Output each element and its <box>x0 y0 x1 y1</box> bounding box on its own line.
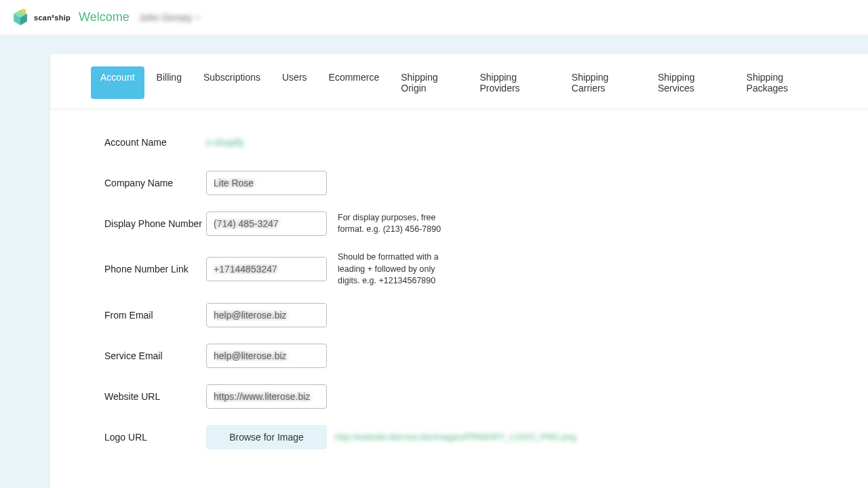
tab-users[interactable]: Users <box>273 66 317 99</box>
welcome-text: Welcome <box>79 10 130 24</box>
account-form: Account Name s-shopify Company Name Disp… <box>50 109 868 488</box>
user-dropdown[interactable]: John Dorsey ▾ <box>139 12 200 23</box>
tab-subscriptions[interactable]: Subscriptions <box>194 66 270 99</box>
tab-shipping-providers[interactable]: Shipping Providers <box>470 66 559 99</box>
input-from-email[interactable] <box>206 303 327 327</box>
input-company-name[interactable] <box>206 171 327 195</box>
tab-ecommerce[interactable]: Ecommerce <box>319 66 389 99</box>
label-from-email: From Email <box>104 310 206 321</box>
row-from-email: From Email <box>104 302 827 328</box>
helper-phone-link: Should be formatted with a leading + fol… <box>338 251 446 287</box>
tab-shipping-carriers[interactable]: Shipping Carriers <box>562 66 646 99</box>
cube-logo-icon <box>11 8 30 27</box>
row-company-name: Company Name <box>104 170 827 196</box>
tab-shipping-packages[interactable]: Shipping Packages <box>737 66 827 99</box>
helper-display-phone: For display purposes, free format. e.g. … <box>338 212 446 236</box>
row-account-name: Account Name s-shopify <box>104 129 827 155</box>
label-website-url: Website URL <box>104 391 206 402</box>
tab-billing[interactable]: Billing <box>147 66 191 99</box>
input-website-url[interactable] <box>206 384 327 409</box>
label-account-name: Account Name <box>104 137 206 148</box>
label-phone-link: Phone Number Link <box>104 264 206 274</box>
app-header: scan²ship Welcome John Dorsey ▾ <box>0 0 868 35</box>
row-website-url: Website URL <box>104 384 827 409</box>
label-company-name: Company Name <box>104 178 206 188</box>
value-account-name: s-shopify <box>206 137 244 148</box>
brand-text: scan²ship <box>34 14 71 22</box>
tab-shipping-services[interactable]: Shipping Services <box>648 66 734 99</box>
chevron-down-icon: ▾ <box>196 14 199 21</box>
input-phone-link[interactable] <box>206 257 327 281</box>
label-logo-url: Logo URL <box>104 432 206 443</box>
label-display-phone: Display Phone Number <box>104 218 206 229</box>
settings-tabs: Account Billing Subscriptions Users Ecom… <box>50 54 868 109</box>
tab-account[interactable]: Account <box>91 66 144 99</box>
label-service-email: Service Email <box>104 350 206 361</box>
row-logo-url: Logo URL Browse for Image http://website… <box>104 424 827 450</box>
row-display-phone: Display Phone Number For display purpose… <box>104 211 827 237</box>
browse-image-button[interactable]: Browse for Image <box>206 425 327 449</box>
input-service-email[interactable] <box>206 344 327 368</box>
tab-shipping-origin[interactable]: Shipping Origin <box>391 66 467 99</box>
row-phone-link: Phone Number Link Should be formatted wi… <box>104 251 827 287</box>
user-name: John Dorsey <box>139 12 193 23</box>
row-service-email: Service Email <box>104 343 827 369</box>
logo-url-link[interactable]: http://website.literose.biz/images/PRIMA… <box>335 432 576 442</box>
settings-panel: Account Billing Subscriptions Users Ecom… <box>50 54 868 488</box>
brand-logo: scan²ship <box>11 8 71 27</box>
input-display-phone[interactable] <box>206 211 327 236</box>
page-background: Account Billing Subscriptions Users Ecom… <box>0 35 868 488</box>
svg-rect-3 <box>21 8 26 13</box>
